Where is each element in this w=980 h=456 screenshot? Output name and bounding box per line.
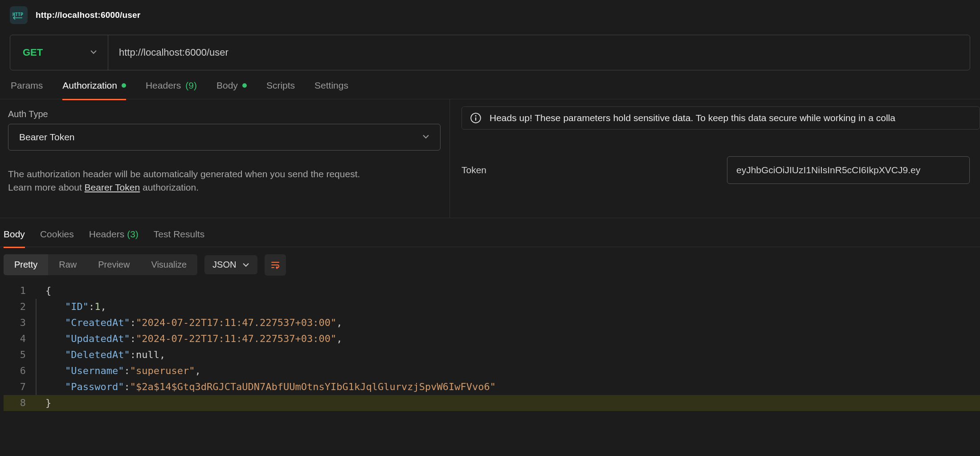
http-icon: HTTP (10, 6, 28, 24)
line-number: 6 (4, 363, 36, 379)
tab-scripts[interactable]: Scripts (266, 80, 295, 99)
chevron-down-icon (422, 132, 429, 142)
request-tabs: Params Authorization Headers (9) Body Sc… (0, 70, 980, 99)
token-row: Token (461, 156, 980, 184)
auth-type-select[interactable]: Bearer Token (8, 124, 441, 151)
auth-description: The authorization header will be automat… (8, 167, 441, 195)
info-icon (470, 112, 482, 124)
chevron-down-icon (242, 261, 249, 269)
view-preview-button[interactable]: Preview (87, 254, 140, 275)
request-url-input[interactable] (108, 35, 970, 70)
resp-tab-headers[interactable]: Headers(3) (89, 229, 139, 247)
page-title: http://localhost:6000/user (36, 10, 140, 20)
wrap-icon (270, 260, 281, 270)
response-tabs: Body Cookies Headers(3) Test Results (0, 218, 980, 247)
response-body-code[interactable]: 1{ 2"ID": 1, 3"CreatedAt": "2024-07-22T1… (0, 283, 980, 411)
resp-tab-tests[interactable]: Test Results (154, 229, 204, 247)
svg-rect-3 (475, 117, 476, 121)
format-select[interactable]: JSON (204, 255, 257, 274)
alert-text: Heads up! These parameters hold sensitiv… (490, 113, 895, 123)
view-mode-segment: Pretty Raw Preview Visualize (4, 254, 197, 275)
svg-point-2 (475, 115, 477, 117)
view-pretty-button[interactable]: Pretty (4, 254, 48, 275)
chevron-down-icon (90, 47, 97, 58)
bearer-token-doc-link[interactable]: Bearer Token (85, 182, 140, 192)
titlebar: HTTP http://localhost:6000/user (0, 0, 980, 35)
resp-tab-body[interactable]: Body (4, 229, 25, 247)
line-number: 1 (4, 283, 36, 299)
view-raw-button[interactable]: Raw (48, 254, 87, 275)
line-number: 7 (4, 379, 36, 395)
http-method-value: GET (23, 47, 43, 58)
auth-type-value: Bearer Token (19, 132, 75, 142)
tab-body[interactable]: Body (216, 80, 247, 99)
line-number: 8 (4, 395, 36, 411)
token-label: Token (461, 165, 727, 175)
sensitive-data-alert: Heads up! These parameters hold sensitiv… (461, 106, 980, 130)
svg-text:HTTP: HTTP (12, 12, 23, 17)
auth-left-column: Auth Type Bearer Token The authorization… (0, 99, 450, 218)
authorization-panel: Auth Type Bearer Token The authorization… (0, 99, 980, 218)
token-input[interactable] (727, 156, 970, 184)
line-number: 5 (4, 347, 36, 363)
line-number: 4 (4, 331, 36, 347)
auth-type-label: Auth Type (8, 109, 441, 119)
response-toolbar: Pretty Raw Preview Visualize JSON (0, 247, 980, 283)
tab-params[interactable]: Params (11, 80, 43, 99)
resp-tab-cookies[interactable]: Cookies (40, 229, 74, 247)
view-visualize-button[interactable]: Visualize (140, 254, 197, 275)
tab-headers[interactable]: Headers (9) (146, 80, 197, 99)
request-row: GET (10, 35, 970, 70)
http-method-select[interactable]: GET (10, 35, 108, 70)
status-dot-icon (122, 83, 126, 88)
line-number: 2 (4, 299, 36, 315)
tab-settings[interactable]: Settings (314, 80, 348, 99)
format-value: JSON (212, 260, 236, 270)
auth-right-column: Heads up! These parameters hold sensitiv… (450, 99, 980, 218)
wrap-lines-button[interactable] (265, 254, 286, 276)
line-number: 3 (4, 315, 36, 331)
tab-authorization[interactable]: Authorization (62, 80, 126, 99)
status-dot-icon (242, 83, 247, 88)
